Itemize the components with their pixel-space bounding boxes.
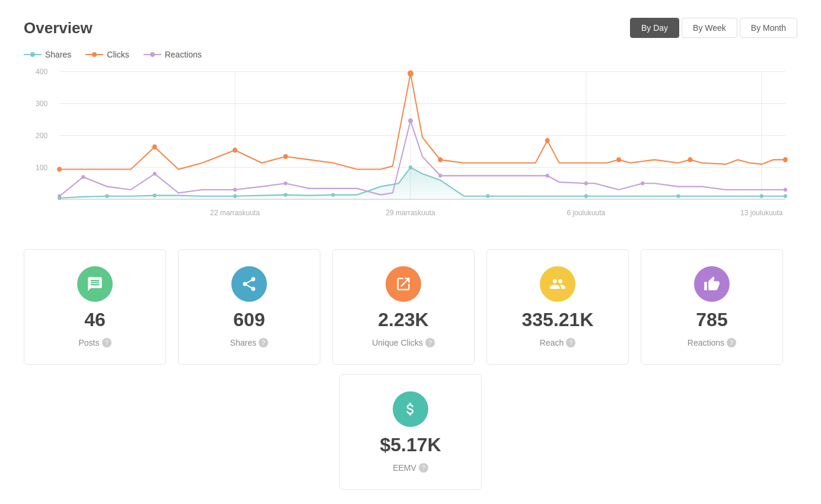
clicks-dot [783, 157, 788, 162]
shares-dot [676, 194, 680, 198]
y-label-300: 300 [36, 100, 47, 108]
stat-card-posts: 46Posts ? [24, 249, 166, 365]
clicks-dot [545, 138, 550, 143]
shares-legend-icon [24, 51, 42, 58]
y-label-400: 400 [36, 68, 47, 76]
posts-label: Posts ? [78, 338, 111, 347]
shares-dot [760, 194, 763, 198]
stat-card-eemv: $5.17KEEMV ? [339, 374, 482, 490]
reactions-dot [584, 181, 588, 185]
shares-value: 609 [233, 309, 265, 331]
clicks-dot [616, 157, 621, 162]
reactions-icon [694, 266, 730, 302]
eemv-label-text: EEMV [393, 463, 416, 473]
x-label-6: 6 joulukuuta [567, 209, 605, 217]
clicks-dot [688, 157, 692, 162]
reactions-label: Reactions ? [688, 338, 736, 347]
clicks-dot [233, 148, 237, 153]
unique-clicks-label-text: Unique Clicks [372, 338, 423, 347]
stats-row-1: 46Posts ?609Shares ?2.23KUnique Clicks ?… [24, 249, 797, 365]
y-label-100: 100 [36, 163, 47, 171]
reach-label-text: Reach [540, 338, 564, 347]
reactions-dot [233, 188, 237, 192]
page-title: Overview [24, 19, 93, 37]
reach-label: Reach ? [540, 338, 575, 347]
clicks-legend-icon [85, 51, 103, 58]
shares-dot [486, 194, 489, 198]
shares-label-text: Shares [230, 338, 256, 347]
stats-row-2: $5.17KEEMV ? [24, 374, 797, 490]
reactions-peak-dot [408, 118, 413, 123]
svg-point-1 [30, 52, 35, 57]
shares-dot [284, 193, 287, 196]
svg-point-3 [92, 52, 97, 57]
clicks-peak-dot [408, 71, 413, 77]
shares-dot [584, 194, 588, 198]
page-header: Overview By Day By Week By Month [24, 18, 797, 38]
shares-legend-label: Shares [45, 50, 71, 59]
reactions-dot [284, 181, 287, 185]
reactions-value: 785 [696, 309, 727, 331]
clicks-dot [438, 157, 443, 162]
chart-legend: Shares Clicks Reactions [24, 50, 797, 59]
svg-point-5 [150, 52, 155, 57]
stat-card-shares: 609Shares ? [178, 249, 320, 365]
reactions-dot [438, 174, 442, 177]
reach-value: 335.21K [522, 309, 594, 331]
reactions-dot [81, 175, 85, 178]
stat-card-reactions: 785Reactions ? [641, 249, 783, 365]
reactions-label-text: Reactions [688, 338, 724, 347]
shares-label: Shares ? [230, 338, 268, 347]
stat-card-unique-clicks: 2.23KUnique Clicks ? [332, 249, 475, 365]
shares-dot [332, 193, 335, 196]
posts-label-text: Posts [78, 338, 99, 347]
reactions-dot [784, 188, 787, 192]
reactions-legend-icon [144, 51, 161, 58]
legend-shares: Shares [24, 50, 71, 59]
shares-dot [153, 193, 157, 197]
shares-dot [233, 194, 237, 198]
shares-dot [409, 165, 412, 169]
overview-chart: 400 300 200 100 22 marraskuuta 29 marras… [24, 65, 797, 231]
shares-icon [231, 266, 267, 302]
posts-value: 46 [84, 309, 106, 331]
clicks-dot [57, 167, 62, 172]
reactions-dot [641, 181, 644, 185]
time-filter-buttons: By Day By Week By Month [630, 18, 797, 38]
reactions-help-icon[interactable]: ? [727, 338, 736, 347]
reactions-dot [58, 194, 61, 198]
clicks-legend-label: Clicks [107, 50, 129, 59]
eemv-value: $5.17K [380, 434, 441, 456]
legend-reactions: Reactions [144, 50, 202, 59]
posts-help-icon[interactable]: ? [102, 338, 112, 347]
clicks-dot [283, 154, 288, 160]
reach-icon [540, 266, 575, 302]
eemv-label: EEMV ? [393, 463, 428, 473]
reactions-dot [546, 174, 549, 177]
by-month-button[interactable]: By Month [740, 18, 797, 38]
clicks-dot [152, 145, 157, 150]
shares-dot [784, 194, 787, 198]
shares-dot [105, 194, 109, 198]
x-label-29: 29 marraskuuta [386, 209, 435, 217]
stat-card-reach: 335.21KReach ? [486, 249, 629, 365]
reactions-dot [153, 172, 157, 176]
x-label-22: 22 marraskuuta [210, 209, 260, 217]
unique-clicks-value: 2.23K [378, 309, 428, 331]
by-day-button[interactable]: By Day [630, 18, 679, 38]
legend-clicks: Clicks [85, 50, 129, 59]
unique-clicks-help-icon[interactable]: ? [425, 338, 435, 347]
reactions-legend-label: Reactions [165, 50, 202, 59]
x-label-13: 13 joulukuuta [740, 209, 783, 217]
eemv-help-icon[interactable]: ? [419, 463, 428, 473]
chart-svg: 400 300 200 100 22 marraskuuta 29 marras… [24, 65, 797, 231]
unique-clicks-icon [386, 266, 421, 302]
unique-clicks-label: Unique Clicks ? [372, 338, 435, 347]
shares-help-icon[interactable]: ? [259, 338, 268, 347]
by-week-button[interactable]: By Week [682, 18, 737, 38]
posts-icon [77, 266, 113, 302]
y-label-200: 200 [36, 131, 47, 139]
eemv-icon [393, 391, 428, 427]
reach-help-icon[interactable]: ? [566, 338, 575, 347]
shares-area [59, 167, 785, 199]
